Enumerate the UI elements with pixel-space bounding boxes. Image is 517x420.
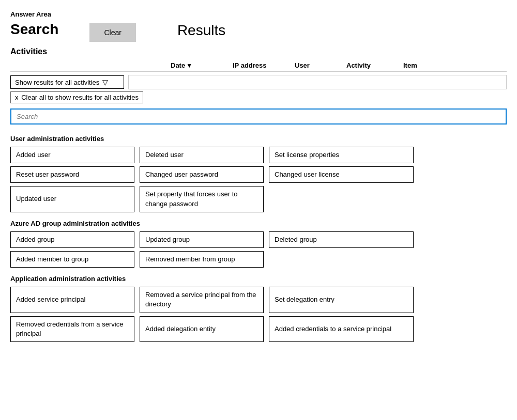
activity-item[interactable]: Reset user password xyxy=(10,166,134,183)
col-ip-header: IP address xyxy=(233,61,290,69)
activity-item[interactable]: Updated user xyxy=(10,186,134,212)
clear-all-row: x Clear all to show results for all acti… xyxy=(10,91,507,103)
col-activity-header: Activity xyxy=(346,61,398,69)
activities-dropdown[interactable]: Show results for all activities ▽ xyxy=(10,75,124,89)
clear-all-label: Clear all to show results for all activi… xyxy=(21,94,139,101)
activity-item[interactable] xyxy=(269,251,414,268)
activity-item[interactable]: Changed user license xyxy=(269,166,414,183)
col-date-header: Date ▼ xyxy=(171,61,222,69)
activity-grid: Added service principalRemoved a service… xyxy=(10,287,507,342)
activity-grid: Added userDeleted userSet license proper… xyxy=(10,147,507,212)
dropdown-arrow-icon: ▽ xyxy=(102,78,108,86)
results-filter-input[interactable] xyxy=(128,75,507,89)
section-title: User administration activities xyxy=(10,135,507,143)
activity-item[interactable]: Deleted group xyxy=(269,231,414,248)
clear-all-x-icon: x xyxy=(15,94,19,101)
search-input[interactable] xyxy=(10,108,507,125)
answer-area-label: Answer Area xyxy=(10,10,507,18)
results-heading: Results xyxy=(177,22,225,39)
activity-item[interactable]: Added service principal xyxy=(10,287,134,313)
activity-item[interactable]: Updated group xyxy=(140,231,264,248)
sort-arrow-icon: ▼ xyxy=(186,62,192,69)
dropdown-label: Show results for all activities xyxy=(15,79,99,86)
activity-item[interactable]: Set delegation entry xyxy=(269,287,414,313)
col-user-header: User xyxy=(295,61,341,69)
clear-button[interactable]: Clear xyxy=(89,23,135,42)
activity-item[interactable]: Removed a service principal from the dir… xyxy=(140,287,264,313)
section-title: Application administration activities xyxy=(10,275,507,283)
col-item-header: Item xyxy=(403,61,434,69)
clear-all-text[interactable]: x Clear all to show results for all acti… xyxy=(10,91,143,103)
activity-item[interactable]: Changed user password xyxy=(140,166,264,183)
activity-grid: Added groupUpdated groupDeleted groupAdd… xyxy=(10,231,507,268)
activity-item[interactable]: Added member to group xyxy=(10,251,134,268)
activity-item[interactable]: Added group xyxy=(10,231,134,248)
filter-row: Show results for all activities ▽ xyxy=(10,75,507,89)
section-title: Azure AD group administration activities xyxy=(10,220,507,227)
activity-item[interactable]: Removed credentials from a service princ… xyxy=(10,316,134,342)
activity-item[interactable]: Deleted user xyxy=(140,147,264,163)
search-heading: Search xyxy=(10,21,58,38)
activity-item[interactable]: Added credentials to a service principal xyxy=(269,316,414,342)
activity-item[interactable] xyxy=(269,186,414,212)
activity-item[interactable]: Set license properties xyxy=(269,147,414,163)
activity-item[interactable]: Added user xyxy=(10,147,134,163)
activities-label: Activities xyxy=(10,47,507,56)
activity-item[interactable]: Removed member from group xyxy=(140,251,264,268)
results-header-row: Date ▼ IP address User Activity Item xyxy=(10,61,507,72)
activity-item[interactable]: Added delegation entity xyxy=(140,316,264,342)
activity-item[interactable]: Set property that forces user to change … xyxy=(140,186,264,212)
